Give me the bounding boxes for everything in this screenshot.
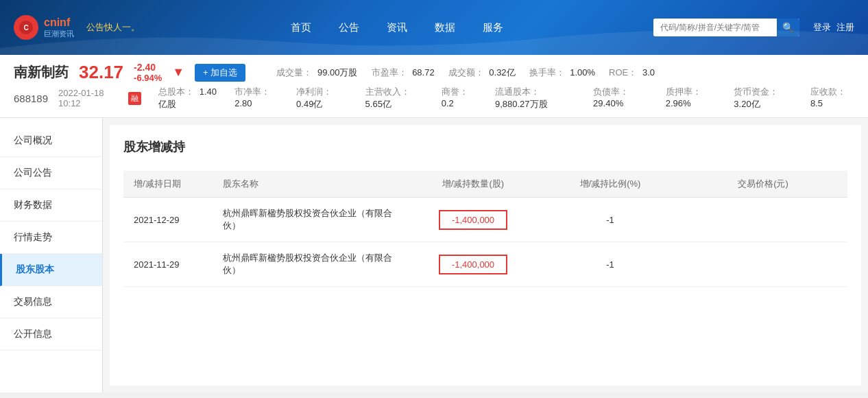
logo-cn-label: cninf (44, 16, 74, 29)
stock-top-row: 南新制药 32.17 -2.40 -6.94% ▼ + 加自选 成交量： 99.… (14, 62, 854, 83)
pledge-label: 质押率： (666, 86, 701, 97)
stock-code: 688189 (14, 93, 48, 104)
login-button[interactable]: 登录 (813, 21, 831, 34)
amount-stat: 成交额： 0.32亿 (448, 67, 516, 79)
header: C cninf 巨潮资讯 公告快人一。 首页 公告 资讯 数据 服务 🔍 登录 … (0, 0, 868, 55)
add-watchlist-button[interactable]: + 加自选 (195, 64, 245, 82)
pb-value: 2.80 (234, 98, 252, 108)
pledge-stat: 质押率： 2.96% (666, 86, 721, 110)
search-input[interactable] (653, 19, 777, 36)
amount-label: 成交额： (448, 67, 484, 78)
row1-name: 杭州鼎晖新楹势股权投资合伙企业（有限合伙） (213, 198, 405, 242)
row2-price (679, 242, 847, 287)
rong-badge: 融 (128, 92, 141, 105)
receivable-stat: 应收款： 8.5 (810, 86, 854, 110)
roe-stat: ROE： 3.0 (609, 67, 655, 79)
col-header-price: 交易价格(元) (679, 171, 847, 198)
stock-date: 2022-01-18 10:12 (58, 88, 118, 108)
pb-stat: 市净率： 2.80 (234, 86, 282, 110)
revenue-value: 5.65亿 (365, 99, 391, 109)
section-title: 股东增减持 (123, 139, 847, 161)
row1-qty: -1,400,000 (405, 198, 542, 242)
stock-change: -2.40 -6.94% (134, 62, 162, 83)
roe-value: 3.0 (642, 67, 655, 78)
row1-date: 2021-12-29 (123, 198, 213, 242)
row2-qty: -1,400,000 (405, 242, 542, 287)
row2-qty-value: -1,400,000 (439, 255, 507, 274)
logo-area: C cninf 巨潮资讯 公告快人一。 (14, 15, 140, 40)
pb-label: 市净率： (234, 86, 270, 97)
search-button[interactable]: 🔍 (777, 19, 799, 36)
float-shares-label: 流通股本： (495, 86, 540, 97)
table-header: 增/减持日期 股东名称 增/减持数量(股) 增/减持比例(%) 交易价格(元) (123, 171, 847, 198)
main-content: 公司概况 公司公告 财务数据 行情走势 股东股本 交易信息 公开信息 股东增减持… (0, 118, 868, 393)
stock-info-bar: 南新制药 32.17 -2.40 -6.94% ▼ + 加自选 成交量： 99.… (0, 55, 868, 118)
stats-block-2: 总股本： 1.40亿股 市净率： 2.80 净利润： 0.49亿 主营收入： 5… (158, 86, 478, 110)
row1-qty-value: -1,400,000 (439, 210, 507, 230)
shareholders-table: 增/减持日期 股东名称 增/减持数量(股) 增/减持比例(%) 交易价格(元) … (123, 171, 847, 287)
down-arrow-icon: ▼ (172, 65, 184, 80)
stats-block-3: 流通股本： 9,880.27万股 负债率： 29.40% 质押率： 2.96% … (495, 86, 854, 110)
row1-pct: -1 (542, 198, 679, 242)
table-row: 2021-12-29 杭州鼎晖新楹势股权投资合伙企业（有限合伙） -1,400,… (123, 198, 847, 242)
svg-point-0 (19, 21, 33, 34)
float-shares-stat: 流通股本： 9,880.27万股 (495, 86, 579, 110)
nav-home[interactable]: 首页 (291, 21, 311, 34)
register-button[interactable]: 注册 (836, 21, 854, 34)
pe-stat: 市盈率： 68.72 (372, 67, 435, 79)
table-body: 2021-12-29 杭州鼎晖新楹势股权投资合伙企业（有限合伙） -1,400,… (123, 198, 847, 287)
row2-date: 2021-11-29 (123, 242, 213, 287)
sidebar: 公司概况 公司公告 财务数据 行情走势 股东股本 交易信息 公开信息 (0, 118, 103, 393)
pledge-value: 2.96% (666, 98, 691, 108)
sidebar-item-shareholders[interactable]: 股东股本 (0, 254, 102, 286)
table-row: 2021-11-29 杭州鼎晖新楹势股权投资合伙企业（有限合伙） -1,400,… (123, 242, 847, 287)
revenue-label: 主营收入： (365, 86, 410, 97)
nav-announcement[interactable]: 公告 (339, 21, 359, 34)
row2-pct: -1 (542, 242, 679, 287)
col-header-name: 股东名称 (213, 171, 405, 198)
sidebar-item-finance[interactable]: 财务数据 (0, 189, 102, 222)
content-area: 股东增减持 增/减持日期 股东名称 增/减持数量(股) 增/减持比例(%) 交易… (110, 125, 861, 386)
nav-data[interactable]: 数据 (435, 21, 455, 34)
col-header-qty: 增/减持数量(股) (405, 171, 542, 198)
nav-news[interactable]: 资讯 (387, 21, 407, 34)
sidebar-item-trading[interactable]: 交易信息 (0, 286, 102, 318)
debt-label: 负债率： (593, 86, 629, 97)
nav-service[interactable]: 服务 (483, 21, 503, 34)
roe-label: ROE： (609, 67, 637, 78)
sidebar-item-announcement[interactable]: 公司公告 (0, 157, 102, 189)
slogan-text: 公告快人一。 (86, 21, 140, 34)
stock-bottom-row: 688189 2022-01-18 10:12 融 总股本： 1.40亿股 市净… (14, 86, 854, 110)
sidebar-item-trend[interactable]: 行情走势 (0, 222, 102, 254)
pe-value: 68.72 (412, 67, 435, 78)
turnover-stat: 换手率： 1.00% (529, 67, 596, 79)
goodwill-label: 商誉： (442, 86, 468, 97)
profit-stat: 净利润： 0.49亿 (296, 86, 352, 110)
col-header-date: 增/减持日期 (123, 171, 213, 198)
float-shares-value: 9,880.27万股 (495, 99, 548, 109)
goodwill-value: 0.2 (442, 98, 454, 108)
cash-value: 3.20亿 (734, 99, 760, 109)
col-header-pct: 增/减持比例(%) (542, 171, 679, 198)
change-percent: -6.94% (134, 73, 162, 83)
auth-buttons: 登录 注册 (813, 21, 854, 34)
goodwill-stat: 商誉： 0.2 (442, 86, 478, 110)
volume-value: 99.00万股 (317, 67, 358, 78)
revenue-stat: 主营收入： 5.65亿 (365, 86, 428, 110)
cash-stat: 货币资金： 3.20亿 (734, 86, 797, 110)
search-area: 🔍 登录 注册 (653, 19, 854, 36)
search-box: 🔍 (653, 19, 799, 36)
row2-name: 杭州鼎晖新楹势股权投资合伙企业（有限合伙） (213, 242, 405, 287)
volume-label: 成交量： (276, 67, 312, 78)
change-absolute: -2.40 (134, 62, 156, 73)
stock-name: 南新制药 (14, 63, 69, 82)
logo-text: cninf 巨潮资讯 (44, 16, 74, 39)
sidebar-item-overview[interactable]: 公司概况 (0, 125, 102, 157)
row1-price (679, 198, 847, 242)
cash-label: 货币资金： (734, 86, 778, 97)
stock-price: 32.17 (79, 62, 123, 83)
sidebar-item-public[interactable]: 公开信息 (0, 318, 102, 351)
receivable-label: 应收款： (810, 86, 846, 97)
debt-stat: 负债率： 29.40% (593, 86, 652, 110)
amount-value: 0.32亿 (489, 67, 515, 78)
